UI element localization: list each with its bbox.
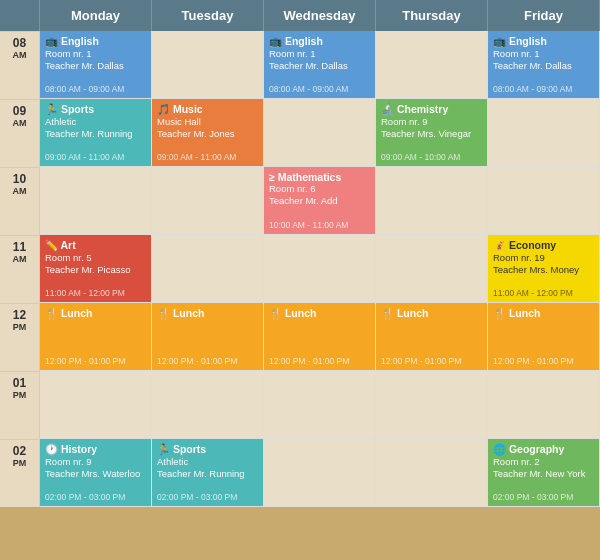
- event-card[interactable]: 📺 EnglishRoom nr. 1Teacher Mr. Dallas08:…: [264, 31, 375, 98]
- event-card[interactable]: 🏃 SportsAthleticTeacher Mr. Running02:00…: [152, 439, 263, 506]
- event-card[interactable]: ✏️ ArtRoom nr. 5Teacher Mr. Picasso11:00…: [40, 235, 151, 302]
- slot-row6-col1: 🏃 SportsAthleticTeacher Mr. Running02:00…: [152, 439, 264, 507]
- slot-row3-col4: 💰 EconomyRoom nr. 19Teacher Mrs. Money11…: [488, 235, 600, 303]
- event-detail: Room nr. 1Teacher Mr. Dallas: [269, 48, 370, 73]
- event-detail: Room nr. 5Teacher Mr. Picasso: [45, 252, 146, 277]
- event-time-range: 02:00 PM - 03:00 PM: [157, 492, 258, 502]
- slot-row4-col4: 🍴 Lunch12:00 PM - 01:00 PM: [488, 303, 600, 371]
- event-title: 📺 English: [45, 35, 146, 48]
- slot-row3-col3: [376, 235, 488, 303]
- header-thursday: Thursday: [376, 0, 488, 31]
- event-detail: Room nr. 2Teacher Mr. New York: [493, 456, 594, 481]
- slot-row2-col2: ≥ MathematicsRoom nr. 6Teacher Mr. Add10…: [264, 167, 376, 235]
- event-detail: AthleticTeacher Mr. Running: [157, 456, 258, 481]
- event-detail: Room nr. 9Teacher Mrs. Vinegar: [381, 116, 482, 141]
- event-card[interactable]: 🕐 HistoryRoom nr. 9Teacher Mrs. Waterloo…: [40, 439, 151, 506]
- event-detail: Room nr. 9Teacher Mrs. Waterloo: [45, 456, 146, 481]
- slot-row0-col0: 📺 EnglishRoom nr. 1Teacher Mr. Dallas08:…: [40, 31, 152, 99]
- event-time-range: 11:00 AM - 12:00 PM: [493, 288, 594, 298]
- slot-row1-col3: 🔬 ChemistryRoom nr. 9Teacher Mrs. Vinega…: [376, 99, 488, 167]
- event-time-range: 12:00 PM - 01:00 PM: [269, 356, 370, 366]
- event-time-range: 12:00 PM - 01:00 PM: [157, 356, 258, 366]
- event-card[interactable]: 📺 EnglishRoom nr. 1Teacher Mr. Dallas08:…: [488, 31, 599, 98]
- header-time-col: [0, 0, 40, 31]
- event-card[interactable]: 🍴 Lunch12:00 PM - 01:00 PM: [152, 303, 263, 370]
- event-card[interactable]: 🍴 Lunch12:00 PM - 01:00 PM: [488, 303, 599, 370]
- slot-row4-col0: 🍴 Lunch12:00 PM - 01:00 PM: [40, 303, 152, 371]
- event-card[interactable]: 💰 EconomyRoom nr. 19Teacher Mrs. Money11…: [488, 235, 599, 302]
- event-card[interactable]: 🎵 MusicMusic HallTeacher Mr. Jones09:00 …: [152, 99, 263, 166]
- slot-row5-col2: [264, 371, 376, 439]
- event-time-range: 02:00 PM - 03:00 PM: [45, 492, 146, 502]
- event-time-range: 12:00 PM - 01:00 PM: [493, 356, 594, 366]
- event-card[interactable]: 🌐 GeographyRoom nr. 2Teacher Mr. New Yor…: [488, 439, 599, 506]
- event-title: 🍴 Lunch: [269, 307, 370, 320]
- event-card[interactable]: 🔬 ChemistryRoom nr. 9Teacher Mrs. Vinega…: [376, 99, 487, 166]
- time-label-09: 09AM: [0, 99, 40, 167]
- event-card[interactable]: 📺 EnglishRoom nr. 1Teacher Mr. Dallas08:…: [40, 31, 151, 98]
- slot-row0-col2: 📺 EnglishRoom nr. 1Teacher Mr. Dallas08:…: [264, 31, 376, 99]
- event-detail: Music HallTeacher Mr. Jones: [157, 116, 258, 141]
- slot-row4-col3: 🍴 Lunch12:00 PM - 01:00 PM: [376, 303, 488, 371]
- event-detail: AthleticTeacher Mr. Running: [45, 116, 146, 141]
- event-card[interactable]: 🍴 Lunch12:00 PM - 01:00 PM: [264, 303, 375, 370]
- slot-row5-col4: [488, 371, 600, 439]
- event-title: ✏️ Art: [45, 239, 146, 252]
- header-tuesday: Tuesday: [152, 0, 264, 31]
- event-title: 🍴 Lunch: [157, 307, 258, 320]
- slot-row2-col3: [376, 167, 488, 235]
- slot-row0-col4: 📺 EnglishRoom nr. 1Teacher Mr. Dallas08:…: [488, 31, 600, 99]
- event-detail: Room nr. 1Teacher Mr. Dallas: [45, 48, 146, 73]
- slot-row6-col0: 🕐 HistoryRoom nr. 9Teacher Mrs. Waterloo…: [40, 439, 152, 507]
- event-title: 📺 English: [493, 35, 594, 48]
- calendar-body: 08AM📺 EnglishRoom nr. 1Teacher Mr. Dalla…: [0, 31, 600, 507]
- event-title: 🎵 Music: [157, 103, 258, 116]
- slot-row6-col4: 🌐 GeographyRoom nr. 2Teacher Mr. New Yor…: [488, 439, 600, 507]
- event-time-range: 08:00 AM - 09:00 AM: [269, 84, 370, 94]
- slot-row5-col3: [376, 371, 488, 439]
- event-title: 💰 Economy: [493, 239, 594, 252]
- slot-row0-col1: [152, 31, 264, 99]
- event-time-range: 12:00 PM - 01:00 PM: [381, 356, 482, 366]
- time-label-10: 10AM: [0, 167, 40, 235]
- slot-row4-col2: 🍴 Lunch12:00 PM - 01:00 PM: [264, 303, 376, 371]
- event-time-range: 02:00 PM - 03:00 PM: [493, 492, 594, 502]
- event-time-range: 12:00 PM - 01:00 PM: [45, 356, 146, 366]
- event-title: 🌐 Geography: [493, 443, 594, 456]
- time-label-01: 01PM: [0, 371, 40, 439]
- event-title: 🍴 Lunch: [493, 307, 594, 320]
- event-time-range: 08:00 AM - 09:00 AM: [493, 84, 594, 94]
- event-title: 🏃 Sports: [45, 103, 146, 116]
- slot-row0-col3: [376, 31, 488, 99]
- slot-row4-col1: 🍴 Lunch12:00 PM - 01:00 PM: [152, 303, 264, 371]
- slot-row6-col3: [376, 439, 488, 507]
- event-title: 🏃 Sports: [157, 443, 258, 456]
- header-wednesday: Wednesday: [264, 0, 376, 31]
- time-label-12: 12PM: [0, 303, 40, 371]
- slot-row3-col2: [264, 235, 376, 303]
- header-friday: Friday: [488, 0, 600, 31]
- slot-row3-col1: [152, 235, 264, 303]
- slot-row2-col0: [40, 167, 152, 235]
- slot-row5-col0: [40, 371, 152, 439]
- slot-row1-col2: [264, 99, 376, 167]
- event-detail: Room nr. 19Teacher Mrs. Money: [493, 252, 594, 277]
- event-title: 🔬 Chemistry: [381, 103, 482, 116]
- header-monday: Monday: [40, 0, 152, 31]
- slot-row3-col0: ✏️ ArtRoom nr. 5Teacher Mr. Picasso11:00…: [40, 235, 152, 303]
- event-title: 🍴 Lunch: [45, 307, 146, 320]
- event-time-range: 11:00 AM - 12:00 PM: [45, 288, 146, 298]
- slot-row1-col1: 🎵 MusicMusic HallTeacher Mr. Jones09:00 …: [152, 99, 264, 167]
- event-title: 🕐 History: [45, 443, 146, 456]
- event-title: ≥ Mathematics: [269, 171, 370, 183]
- slot-row6-col2: [264, 439, 376, 507]
- time-label-08: 08AM: [0, 31, 40, 99]
- event-card[interactable]: 🍴 Lunch12:00 PM - 01:00 PM: [376, 303, 487, 370]
- event-card[interactable]: 🍴 Lunch12:00 PM - 01:00 PM: [40, 303, 151, 370]
- event-card[interactable]: 🏃 SportsAthleticTeacher Mr. Running09:00…: [40, 99, 151, 166]
- slot-row1-col4: [488, 99, 600, 167]
- event-card[interactable]: ≥ MathematicsRoom nr. 6Teacher Mr. Add10…: [264, 167, 375, 234]
- calendar: Monday Tuesday Wednesday Thursday Friday…: [0, 0, 600, 507]
- event-title: 📺 English: [269, 35, 370, 48]
- event-time-range: 09:00 AM - 11:00 AM: [45, 152, 146, 162]
